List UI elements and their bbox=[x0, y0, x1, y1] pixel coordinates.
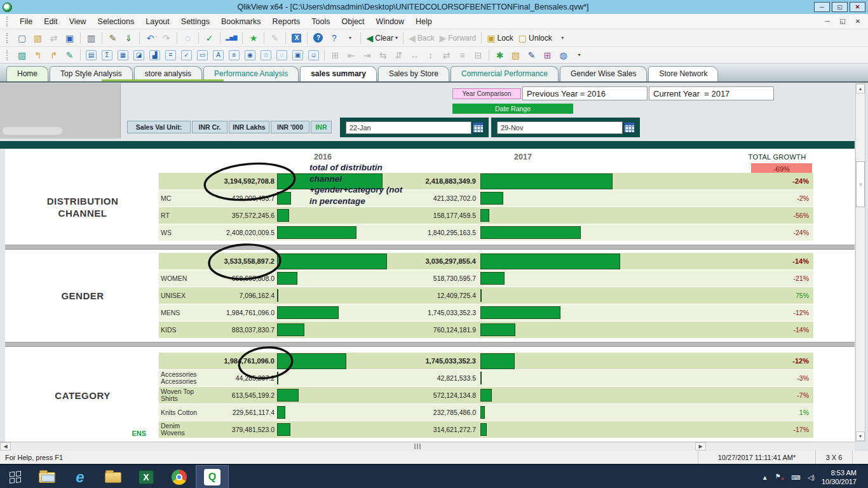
toolbar-overflow-icon-3[interactable]: ▾ bbox=[572, 48, 587, 62]
input-box-icon[interactable]: = bbox=[163, 48, 178, 62]
open-file-icon[interactable]: ▨ bbox=[31, 30, 45, 45]
bar-2016[interactable] bbox=[277, 289, 278, 302]
gauge-object-icon[interactable]: ◉ bbox=[243, 48, 257, 62]
layout-icon[interactable]: ⊞ bbox=[540, 48, 555, 62]
new-document-icon[interactable]: ▢ bbox=[15, 30, 29, 45]
bar-2016[interactable] bbox=[277, 353, 346, 369]
multibox-object-icon[interactable]: ✓ bbox=[179, 48, 194, 62]
menu-bookmarks[interactable]: Bookmarks bbox=[215, 15, 267, 28]
bar-2017[interactable] bbox=[480, 353, 515, 369]
undo-icon[interactable]: ↶ bbox=[143, 30, 158, 45]
lock-button[interactable]: ▣Lock bbox=[485, 30, 515, 45]
chart-row[interactable]: Woven Top Shirts613,545,199.2572,124,134… bbox=[159, 387, 813, 404]
calendar-icon[interactable] bbox=[473, 122, 484, 133]
chart-row[interactable]: WOMEN658,663,808.0518,730,595.7-21% bbox=[159, 270, 813, 287]
menu-file[interactable]: File bbox=[14, 15, 38, 28]
bar-2017[interactable] bbox=[480, 423, 487, 436]
context-help-icon[interactable]: ? bbox=[327, 30, 341, 45]
chart-row[interactable]: MENS1,984,761,096.01,745,033,352.3-12% bbox=[159, 304, 813, 322]
vertical-scrollbar-thumb[interactable]: ≡ bbox=[856, 161, 865, 207]
chart-row[interactable]: RT357,572,245.6158,177,459.5-56% bbox=[159, 207, 813, 224]
chart-row[interactable]: KIDS883,037,830.7760,124,181.9-14% bbox=[159, 322, 813, 339]
search-object-icon[interactable]: ◌ bbox=[275, 48, 289, 62]
chart-row[interactable]: Denim Wovens379,481,523.0314,621,272.7-1… bbox=[159, 421, 813, 438]
theme-maker-icon[interactable]: ▧ bbox=[508, 48, 523, 62]
tab-home[interactable]: Home bbox=[6, 66, 48, 81]
chart-total-row[interactable]: 3,194,592,708.82,418,883,349.9-24% bbox=[159, 173, 813, 190]
scroll-down-icon[interactable]: ▼ bbox=[856, 431, 865, 441]
save-icon[interactable]: ▣ bbox=[62, 30, 77, 45]
chart-row[interactable]: Accessories Accessories44,285,207.242,82… bbox=[159, 370, 813, 387]
toolbar-overflow-icon-2[interactable]: ▾ bbox=[555, 30, 570, 45]
wizard-icon[interactable]: ✱ bbox=[492, 48, 507, 62]
unit-button-inr-cr-[interactable]: INR Cr. bbox=[192, 121, 227, 133]
bar-2017[interactable] bbox=[480, 306, 560, 319]
minimize-button[interactable]: ─ bbox=[814, 2, 830, 12]
bar-2016[interactable] bbox=[277, 254, 387, 269]
bar-2017[interactable] bbox=[480, 406, 485, 419]
chart-row[interactable]: Knits Cotton229,561,117.4232,785,486.01% bbox=[159, 404, 813, 421]
bar-2016[interactable] bbox=[277, 226, 356, 239]
vertical-scrollbar[interactable]: ▲ ≡ ▼ bbox=[855, 83, 865, 442]
restore-button[interactable]: ◱ bbox=[832, 2, 848, 12]
bar-2017[interactable] bbox=[480, 254, 620, 269]
menu-window[interactable]: Window bbox=[370, 15, 410, 28]
horizontal-scrollbar[interactable]: ◀ ▶ bbox=[0, 442, 855, 451]
bookmark-object-icon[interactable]: ☆ bbox=[259, 48, 273, 62]
qlikview-taskbar-icon[interactable]: Q bbox=[196, 465, 229, 488]
bar-2017[interactable] bbox=[480, 209, 489, 222]
tray-expand-icon[interactable]: ▲ bbox=[762, 474, 768, 481]
excel-export-icon[interactable]: X bbox=[289, 30, 304, 45]
bar-2016[interactable] bbox=[277, 406, 285, 419]
previous-year-field[interactable]: Previous Year = 2016 bbox=[522, 86, 648, 100]
menu-help[interactable]: Help bbox=[410, 15, 438, 28]
volume-icon[interactable]: ◁) bbox=[808, 474, 815, 481]
bar-2017[interactable] bbox=[480, 372, 482, 384]
demote-sheet-icon[interactable]: ↱ bbox=[46, 48, 61, 62]
date-from-field[interactable]: 22-Jan bbox=[346, 121, 471, 134]
calendar-icon[interactable] bbox=[624, 122, 635, 133]
chart-object-icon[interactable]: ▟ bbox=[147, 48, 162, 62]
empty-listbox[interactable] bbox=[0, 83, 121, 139]
unlock-button[interactable]: ▢Unlock bbox=[517, 30, 554, 45]
listbox-object-icon[interactable]: ▤ bbox=[84, 48, 98, 62]
menu-tools[interactable]: Tools bbox=[306, 15, 336, 28]
chrome-icon[interactable] bbox=[163, 465, 196, 488]
toolbar-overflow-icon[interactable]: ▾ bbox=[342, 30, 357, 45]
menu-view[interactable]: View bbox=[64, 15, 92, 28]
table-box-icon[interactable]: ▦ bbox=[116, 48, 130, 62]
statistics-box-icon[interactable]: Σ bbox=[100, 48, 114, 62]
text-object-icon[interactable]: A bbox=[211, 48, 226, 62]
listbox-scrollbar-thumb[interactable] bbox=[3, 127, 62, 135]
bar-2016[interactable] bbox=[277, 389, 299, 402]
bar-2017[interactable] bbox=[480, 272, 505, 285]
unit-button-inr-000[interactable]: INR '000 bbox=[271, 121, 309, 133]
folder-icon[interactable] bbox=[97, 465, 130, 488]
menu-reports[interactable]: Reports bbox=[267, 15, 306, 28]
tab-gender-wise-sales[interactable]: Gender Wise Sales bbox=[560, 66, 647, 81]
slider-object-icon[interactable]: ≡ bbox=[227, 48, 241, 62]
bar-2017[interactable] bbox=[480, 192, 503, 205]
file-explorer-icon[interactable] bbox=[31, 465, 64, 488]
bar-2016[interactable] bbox=[277, 323, 304, 336]
print-icon[interactable]: ▥ bbox=[84, 30, 98, 45]
bar-2016[interactable] bbox=[277, 372, 278, 384]
scroll-right-icon[interactable]: ▶ bbox=[695, 442, 706, 451]
custom-object-icon[interactable]: ☺ bbox=[306, 48, 321, 62]
close-button[interactable]: ✕ bbox=[850, 2, 865, 12]
bar-2017[interactable] bbox=[480, 389, 492, 402]
bar-2017[interactable] bbox=[480, 289, 482, 302]
bar-2017[interactable] bbox=[480, 323, 515, 336]
chart-row[interactable]: WS2,408,020,009.51,840,295,163.5-24% bbox=[159, 224, 813, 241]
internet-explorer-icon[interactable]: e bbox=[64, 465, 97, 488]
excel-icon[interactable]: X bbox=[130, 465, 163, 488]
bar-2016[interactable] bbox=[277, 209, 289, 222]
chart-total-row[interactable]: 1,984,761,096.01,745,033,352.3-12% bbox=[159, 353, 813, 370]
tab-sales-by-store[interactable]: Sales by Store bbox=[378, 66, 449, 81]
bar-2016[interactable] bbox=[277, 306, 339, 319]
new-sheet-icon[interactable]: ▨ bbox=[15, 48, 29, 62]
clear-selections-button[interactable]: ◀Clear▾ bbox=[364, 30, 399, 45]
menu-settings[interactable]: Settings bbox=[175, 15, 215, 28]
scroll-left-icon[interactable]: ◀ bbox=[0, 442, 11, 451]
network-icon[interactable]: ⌨ bbox=[791, 474, 800, 481]
